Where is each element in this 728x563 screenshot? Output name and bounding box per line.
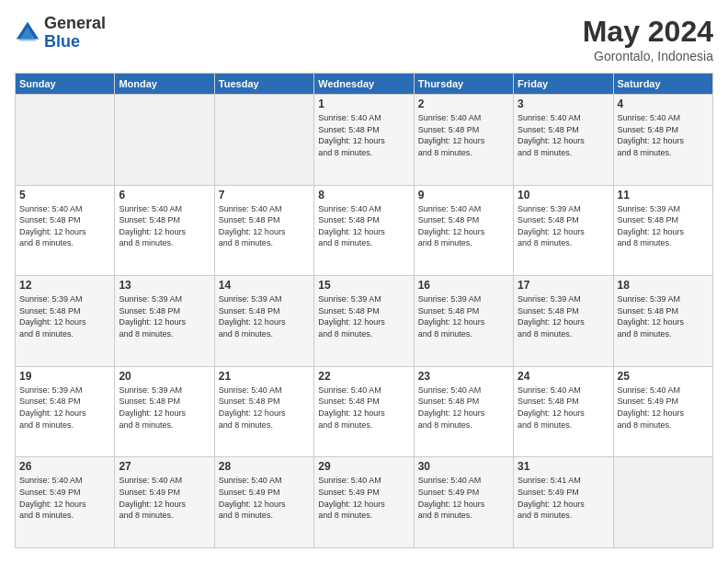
day-number: 3 (518, 98, 609, 110)
calendar-day-cell: 15Sunrise: 5:39 AMSunset: 5:48 PMDayligh… (314, 276, 414, 367)
calendar-day-cell: 16Sunrise: 5:39 AMSunset: 5:48 PMDayligh… (414, 276, 513, 367)
calendar-day-cell (115, 95, 214, 186)
month-title: May 2024 (583, 15, 713, 49)
col-tuesday: Tuesday (214, 74, 313, 95)
day-info: Sunrise: 5:40 AMSunset: 5:48 PMDaylight:… (19, 203, 110, 249)
day-info: Sunrise: 5:40 AMSunset: 5:48 PMDaylight:… (618, 112, 709, 158)
day-number: 9 (418, 189, 509, 201)
day-number: 2 (418, 98, 509, 110)
day-info: Sunrise: 5:40 AMSunset: 5:49 PMDaylight:… (318, 475, 409, 521)
day-info: Sunrise: 5:40 AMSunset: 5:49 PMDaylight:… (219, 475, 310, 521)
calendar-day-cell: 27Sunrise: 5:40 AMSunset: 5:49 PMDayligh… (115, 457, 214, 548)
day-number: 10 (518, 189, 609, 201)
day-info: Sunrise: 5:40 AMSunset: 5:48 PMDaylight:… (318, 112, 409, 158)
calendar-day-cell: 6Sunrise: 5:40 AMSunset: 5:48 PMDaylight… (115, 185, 214, 276)
calendar-day-cell: 31Sunrise: 5:41 AMSunset: 5:49 PMDayligh… (514, 457, 613, 548)
calendar-week-row: 12Sunrise: 5:39 AMSunset: 5:48 PMDayligh… (16, 276, 713, 367)
calendar-day-cell: 24Sunrise: 5:40 AMSunset: 5:48 PMDayligh… (514, 366, 613, 457)
day-info: Sunrise: 5:40 AMSunset: 5:49 PMDaylight:… (618, 385, 709, 431)
day-number: 21 (219, 370, 310, 383)
col-sunday: Sunday (16, 74, 115, 95)
day-number: 26 (19, 460, 110, 473)
day-info: Sunrise: 5:40 AMSunset: 5:48 PMDaylight:… (418, 112, 509, 158)
day-info: Sunrise: 5:39 AMSunset: 5:48 PMDaylight:… (518, 203, 609, 249)
calendar-day-cell: 18Sunrise: 5:39 AMSunset: 5:48 PMDayligh… (613, 276, 712, 367)
day-info: Sunrise: 5:39 AMSunset: 5:48 PMDaylight:… (19, 293, 110, 339)
calendar-day-cell: 7Sunrise: 5:40 AMSunset: 5:48 PMDaylight… (214, 185, 313, 276)
calendar-day-cell: 13Sunrise: 5:39 AMSunset: 5:48 PMDayligh… (115, 276, 214, 367)
calendar-day-cell: 8Sunrise: 5:40 AMSunset: 5:48 PMDaylight… (314, 185, 414, 276)
col-wednesday: Wednesday (314, 74, 414, 95)
day-number: 24 (518, 370, 609, 383)
calendar-week-row: 19Sunrise: 5:39 AMSunset: 5:48 PMDayligh… (16, 366, 713, 457)
day-number: 31 (518, 460, 609, 473)
calendar-day-cell: 23Sunrise: 5:40 AMSunset: 5:48 PMDayligh… (414, 366, 513, 457)
day-number: 11 (618, 189, 709, 201)
day-info: Sunrise: 5:39 AMSunset: 5:48 PMDaylight:… (618, 293, 709, 339)
title-section: May 2024 Gorontalo, Indonesia (583, 15, 713, 63)
calendar-week-row: 5Sunrise: 5:40 AMSunset: 5:48 PMDaylight… (16, 185, 713, 276)
calendar-day-cell: 4Sunrise: 5:40 AMSunset: 5:48 PMDaylight… (613, 95, 712, 186)
day-number: 12 (19, 279, 110, 292)
day-info: Sunrise: 5:40 AMSunset: 5:48 PMDaylight:… (318, 203, 409, 249)
calendar-day-cell: 28Sunrise: 5:40 AMSunset: 5:49 PMDayligh… (214, 457, 313, 548)
day-info: Sunrise: 5:39 AMSunset: 5:48 PMDaylight:… (119, 293, 210, 339)
calendar-day-cell: 5Sunrise: 5:40 AMSunset: 5:48 PMDaylight… (16, 185, 115, 276)
calendar-day-cell: 26Sunrise: 5:40 AMSunset: 5:49 PMDayligh… (16, 457, 115, 548)
header: General Blue May 2024 Gorontalo, Indones… (15, 15, 713, 63)
day-info: Sunrise: 5:40 AMSunset: 5:49 PMDaylight:… (418, 475, 509, 521)
calendar-table: Sunday Monday Tuesday Wednesday Thursday… (15, 73, 713, 548)
logo: General Blue (15, 15, 106, 52)
day-info: Sunrise: 5:39 AMSunset: 5:48 PMDaylight:… (119, 385, 210, 431)
calendar-day-cell (214, 95, 313, 186)
day-info: Sunrise: 5:40 AMSunset: 5:48 PMDaylight:… (219, 203, 310, 249)
calendar-week-row: 1Sunrise: 5:40 AMSunset: 5:48 PMDaylight… (16, 95, 713, 186)
calendar-day-cell (16, 95, 115, 186)
day-number: 19 (19, 370, 110, 383)
calendar-day-cell: 9Sunrise: 5:40 AMSunset: 5:48 PMDaylight… (414, 185, 513, 276)
calendar-day-cell: 3Sunrise: 5:40 AMSunset: 5:48 PMDaylight… (514, 95, 613, 186)
day-info: Sunrise: 5:40 AMSunset: 5:48 PMDaylight:… (518, 385, 609, 431)
day-number: 14 (219, 279, 310, 292)
calendar-day-cell: 20Sunrise: 5:39 AMSunset: 5:48 PMDayligh… (115, 366, 214, 457)
day-number: 30 (418, 460, 509, 473)
calendar-day-cell: 29Sunrise: 5:40 AMSunset: 5:49 PMDayligh… (314, 457, 414, 548)
calendar-week-row: 26Sunrise: 5:40 AMSunset: 5:49 PMDayligh… (16, 457, 713, 548)
calendar-day-cell: 21Sunrise: 5:40 AMSunset: 5:48 PMDayligh… (214, 366, 313, 457)
calendar-day-cell: 19Sunrise: 5:39 AMSunset: 5:48 PMDayligh… (16, 366, 115, 457)
day-number: 1 (318, 98, 409, 110)
col-friday: Friday (514, 74, 613, 95)
day-number: 25 (618, 370, 709, 383)
calendar-day-cell: 30Sunrise: 5:40 AMSunset: 5:49 PMDayligh… (414, 457, 513, 548)
day-info: Sunrise: 5:39 AMSunset: 5:48 PMDaylight:… (618, 203, 709, 249)
day-number: 20 (119, 370, 210, 383)
day-info: Sunrise: 5:40 AMSunset: 5:48 PMDaylight:… (418, 203, 509, 249)
day-number: 18 (618, 279, 709, 292)
day-info: Sunrise: 5:40 AMSunset: 5:49 PMDaylight:… (119, 475, 210, 521)
day-info: Sunrise: 5:39 AMSunset: 5:48 PMDaylight:… (318, 293, 409, 339)
day-number: 16 (418, 279, 509, 292)
day-info: Sunrise: 5:40 AMSunset: 5:48 PMDaylight:… (318, 385, 409, 431)
logo-icon (15, 20, 40, 46)
day-info: Sunrise: 5:40 AMSunset: 5:48 PMDaylight:… (119, 203, 210, 249)
day-info: Sunrise: 5:39 AMSunset: 5:48 PMDaylight:… (518, 293, 609, 339)
calendar-day-cell: 1Sunrise: 5:40 AMSunset: 5:48 PMDaylight… (314, 95, 414, 186)
calendar-day-cell: 11Sunrise: 5:39 AMSunset: 5:48 PMDayligh… (613, 185, 712, 276)
day-number: 27 (119, 460, 210, 473)
day-info: Sunrise: 5:41 AMSunset: 5:49 PMDaylight:… (518, 475, 609, 521)
day-number: 6 (119, 189, 210, 201)
day-number: 17 (518, 279, 609, 292)
day-number: 13 (119, 279, 210, 292)
day-info: Sunrise: 5:40 AMSunset: 5:49 PMDaylight:… (19, 475, 110, 521)
day-info: Sunrise: 5:40 AMSunset: 5:48 PMDaylight:… (418, 385, 509, 431)
calendar-day-cell: 22Sunrise: 5:40 AMSunset: 5:48 PMDayligh… (314, 366, 414, 457)
col-monday: Monday (115, 74, 214, 95)
calendar-day-cell: 10Sunrise: 5:39 AMSunset: 5:48 PMDayligh… (514, 185, 613, 276)
calendar-day-cell: 2Sunrise: 5:40 AMSunset: 5:48 PMDaylight… (414, 95, 513, 186)
day-info: Sunrise: 5:39 AMSunset: 5:48 PMDaylight:… (418, 293, 509, 339)
day-info: Sunrise: 5:39 AMSunset: 5:48 PMDaylight:… (19, 385, 110, 431)
day-number: 23 (418, 370, 509, 383)
page-container: General Blue May 2024 Gorontalo, Indones… (0, 0, 728, 563)
day-number: 29 (318, 460, 409, 473)
logo-general-text: General (44, 14, 106, 32)
